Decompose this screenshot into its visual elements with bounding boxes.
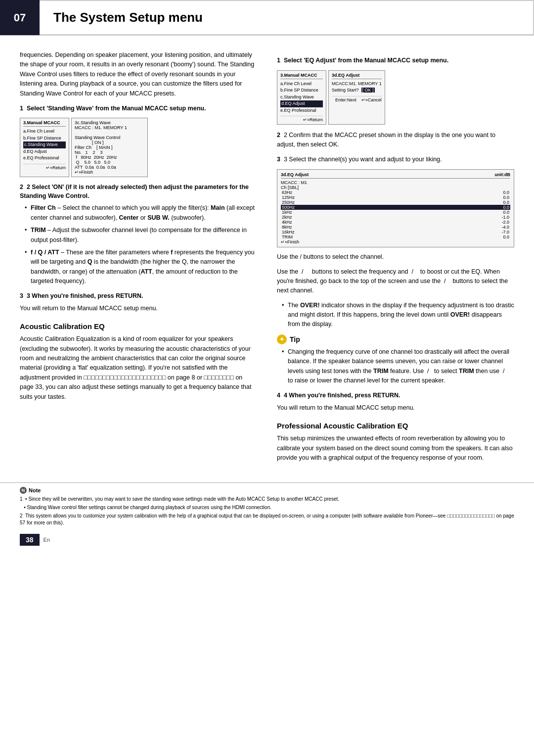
page-number: 38 [20, 534, 40, 546]
eq-footer-right: Enter:Next ↵»Cancel [332, 96, 382, 102]
eq-row-63: 63Hz0.0 [281, 190, 510, 195]
step3-heading-left: 3 3 When you're finished, press RETURN. [20, 292, 257, 301]
footer-note: N Note 1 • Since they will be overwritte… [0, 482, 534, 526]
eq-line-4: d.EQ Adjust [280, 100, 323, 107]
eq-line-5: e.EQ Professional [280, 107, 323, 114]
screen-title-eq-right: 3d.EQ Adjust [332, 73, 382, 79]
sw-row-att: ATT 0.0a 0.0a 0.0a [75, 165, 144, 170]
screen-footer-left: ↵»Return [23, 164, 66, 170]
eq-row-1k: 1kHz0.0 [281, 210, 510, 215]
main-content: frequencies. Depending on speaker placem… [0, 36, 534, 477]
sw-filter: Filter Ch [ MAIN ] [75, 145, 144, 150]
ok-button-screen: [ OK ] [361, 88, 375, 93]
screen-line-3: c.Standing Wave [23, 142, 66, 148]
step3-text-right: 3 3 Select the channel(s) you want and a… [277, 155, 514, 164]
eq-line-2: b.Fine SP Distance [280, 87, 323, 94]
step-num: 1 [20, 105, 23, 112]
footnote-1b: • Standing Wave control filter settings … [20, 504, 514, 511]
step2-text-left: 2 Select 'ON' (if it is not already sele… [20, 184, 249, 199]
note-label: N Note [20, 487, 514, 494]
eq-row-125: 125Hz0.0 [281, 195, 510, 200]
tip-bullet-1: Changing the frequency curve of one chan… [282, 347, 514, 386]
tip-bullets: Changing the frequency curve of one chan… [282, 347, 514, 386]
sw-on: [ ON ] [75, 140, 144, 145]
screen-line-2: b.Fine SP Distance [23, 135, 66, 142]
eq-row-500: 500Hz0.0 [281, 205, 510, 210]
eq-ch-detail: Ch [SBL] [281, 185, 510, 190]
eq-footer-left: ↵»Return [280, 116, 323, 122]
step4-heading-right: 4 4 When you're finished, press RETURN. [277, 391, 514, 400]
use-arrows-1: Use the / buttons to select the channel. [277, 252, 514, 262]
step3-body-left: You will return to the Manual MCACC setu… [20, 304, 257, 313]
page-number-area: 38 En [0, 528, 534, 552]
standing-wave-bullets: Filter Ch – Select the channel to which … [25, 203, 257, 286]
page-lang: En [44, 537, 50, 543]
screen-line-4: d.EQ Adjust [23, 148, 66, 155]
sw-mcacc: MCACC : M1. MEMORY 1 [75, 125, 144, 130]
eq-setting-line: Setting Start? [ OK ] [332, 87, 382, 94]
eq-row-trim: TRIM0.0 [281, 235, 510, 239]
bullet-trim: TRIM – Adjust the subwoofer channel leve… [25, 226, 257, 245]
sw-screen-title: 3c.Standing Wave [75, 120, 144, 125]
eq-adjust-setup-screens: 3.Manual MCACC a.Fine Ch Level b.Fine SP… [277, 70, 514, 125]
eq-mcacc-detail: MCACC : M1 [281, 180, 510, 185]
eq-row-4k: 4kHz-2.0 [281, 220, 510, 225]
step1-heading-left: 1 Select 'Standing Wave' from the Manual… [20, 104, 257, 113]
use-arrows-2: Use the / buttons to select the frequenc… [277, 267, 514, 296]
eq-row-2k: 2kHz-1.0 [281, 215, 510, 220]
sw-row-f: f 80Hz 20Hz 20Hz [75, 155, 144, 160]
tip-icon: ✦ [277, 334, 287, 344]
japanese-placeholder-2: □□□□□□□□ [204, 374, 236, 381]
right-column: 1 Select 'EQ Adjust' from the Manual MCA… [277, 50, 514, 468]
japanese-placeholder-1: □□□□□□□□□□□□□□□□□□□□□□ [84, 374, 168, 381]
acoustic-cal-title: Acoustic Calibration EQ [20, 322, 257, 331]
standing-wave-screen-right: 3c.Standing Wave MCACC : M1. MEMORY 1 St… [71, 118, 148, 177]
eq-row-8k: 8kHz-4.0 [281, 225, 510, 230]
eq-detail-title: 3d.EQ Adjust unit:dB [281, 172, 510, 179]
manual-mcacc-screen-eq: 3.Manual MCACC a.Fine Ch Level b.Fine SP… [277, 70, 326, 125]
step1-text-left: Select 'Standing Wave' from the Manual M… [27, 105, 206, 112]
left-column: frequencies. Depending on speaker placem… [20, 50, 257, 468]
over-bullet-list: The OVER! indicator shows in the display… [282, 301, 514, 330]
acoustic-body: Acoustic Calibration Equalization is a k… [20, 334, 257, 402]
sw-row-q: Q 5.0 5.0 5.0 [75, 160, 144, 165]
step4-body-right: You will return to the Manual MCACC setu… [277, 403, 514, 413]
footnote-1: 1 • Since they will be overwritten, you … [20, 496, 514, 503]
bullet-filter-ch: Filter Ch – Select the channel to which … [25, 203, 257, 223]
screen-line-5: e.EQ Professional [23, 155, 66, 162]
chapter-number: 07 [0, 0, 40, 35]
step1-heading-right: 1 Select 'EQ Adjust' from the Manual MCA… [277, 56, 514, 65]
eq-row-16k: 16kHz-7.0 [281, 230, 510, 235]
tip-box: ✦ Tip Changing the frequency curve of on… [277, 334, 514, 386]
tip-title: ✦ Tip [277, 334, 514, 344]
sw-table-header: No. 1 2 3 [75, 150, 144, 155]
eq-detail-footer: ↵»Finish [281, 239, 510, 244]
note-icon: N [20, 487, 27, 494]
step1-text-right: Select 'EQ Adjust' from the Manual MCACC… [284, 57, 448, 64]
standing-wave-screens: 3.Manual MCACC a.Fine Ch Level b.Fine SP… [20, 118, 257, 177]
step2-text-right: 2 2 Confirm that the MCACC preset shown … [277, 131, 514, 150]
eq-mcacc-line: MCACC:M1. MEMORY 1 [332, 81, 382, 88]
prof-body: This setup minimizes the unwanted effect… [277, 434, 514, 463]
page-title: The System Setup menu [40, 0, 534, 35]
screen-line-1: a.Fine Ch Level [23, 128, 66, 135]
eq-freq-table: 63Hz0.0 125Hz0.0 250Hz0.0 500Hz0.0 1kHz0… [281, 190, 510, 239]
footnote-2: 2 This system allows you to customize yo… [20, 513, 514, 526]
manual-mcacc-screen-left: 3.Manual MCACC a.Fine Ch Level b.Fine SP… [20, 118, 69, 177]
eq-row-250: 250Hz0.0 [281, 200, 510, 205]
page: 07 The System Setup menu frequencies. De… [0, 0, 534, 756]
step3-text-left: 3 When you're finished, press RETURN. [27, 292, 143, 299]
page-header: 07 The System Setup menu [0, 0, 534, 36]
sw-blank [75, 130, 144, 135]
bullet-f-q-att: f / Q / ATT – These are the filter param… [25, 248, 257, 286]
prof-title: Professional Acoustic Calibration EQ [277, 422, 514, 430]
step2-heading-left: 2 2 Select 'ON' (if it is not already se… [20, 183, 257, 200]
sw-control: Standing Wave Control [75, 135, 144, 140]
intro-paragraph: frequencies. Depending on speaker placem… [20, 50, 257, 98]
sw-footer: ↵»Finish [75, 170, 144, 175]
over-bullet: The OVER! indicator shows in the display… [282, 301, 514, 330]
screen-title-eq-left: 3.Manual MCACC [280, 73, 323, 79]
eq-detail-screen: 3d.EQ Adjust unit:dB MCACC : M1 Ch [SBL]… [277, 169, 514, 247]
eq-line-3: c.Standing Wave [280, 94, 323, 101]
screen-title-left: 3.Manual MCACC [23, 120, 66, 127]
